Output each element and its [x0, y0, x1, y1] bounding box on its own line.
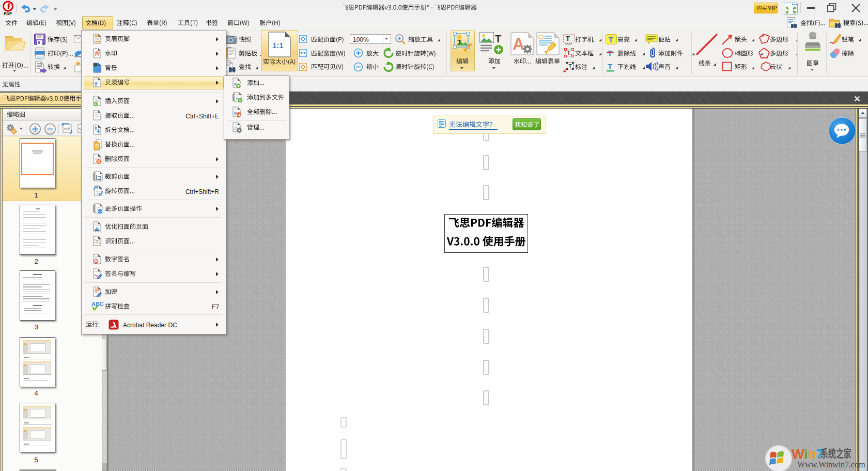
svg-text:T: T — [495, 33, 501, 44]
svg-text:T: T — [608, 62, 612, 71]
svg-text:T: T — [609, 36, 613, 44]
svg-text:PDF: PDF — [4, 11, 12, 16]
svg-text:T: T — [567, 50, 571, 56]
svg-text:#: # — [234, 111, 237, 116]
svg-text:90°: 90° — [64, 127, 70, 131]
svg-text:T: T — [566, 35, 570, 42]
svg-text:#: # — [234, 126, 237, 131]
svg-text:T: T — [457, 38, 461, 46]
svg-text:A: A — [513, 35, 524, 53]
svg-text:T: T — [96, 239, 99, 245]
svg-text:1:1: 1:1 — [272, 41, 284, 50]
svg-text:#: # — [95, 82, 98, 87]
svg-text:T: T — [569, 64, 572, 69]
